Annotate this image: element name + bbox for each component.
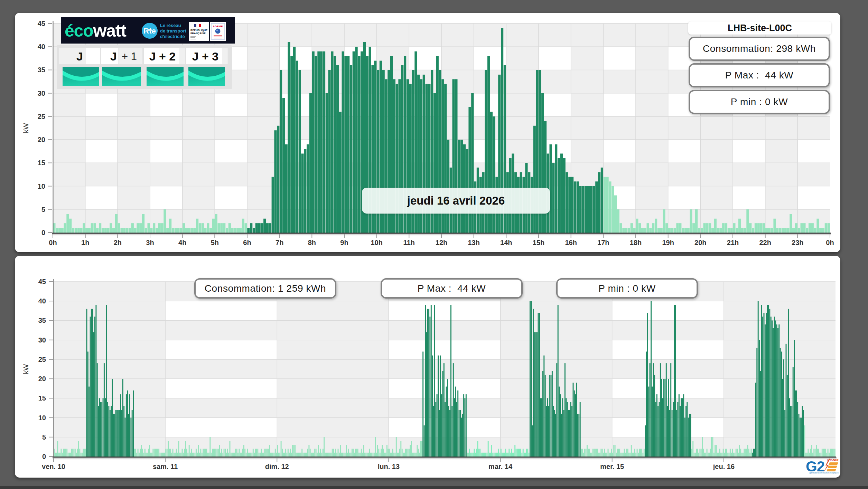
svg-text:15: 15	[38, 394, 46, 402]
svg-text:35: 35	[38, 66, 45, 74]
svg-text:10h: 10h	[371, 239, 382, 246]
svg-text:5: 5	[42, 433, 46, 441]
svg-text:22h: 22h	[759, 239, 771, 246]
svg-text:25: 25	[38, 113, 45, 120]
svg-text:J + 3: J + 3	[192, 50, 219, 63]
svg-text:0: 0	[42, 453, 46, 460]
svg-text:0h: 0h	[826, 239, 834, 246]
svg-text:25: 25	[38, 356, 46, 363]
svg-text:ven. 10: ven. 10	[42, 463, 65, 470]
svg-text:8h: 8h	[308, 239, 316, 246]
svg-text:4h: 4h	[178, 239, 186, 246]
svg-text:kW: kW	[22, 364, 30, 374]
svg-text:20: 20	[38, 136, 45, 143]
svg-text:mer. 15: mer. 15	[600, 463, 624, 470]
svg-text:de transport: de transport	[160, 28, 187, 34]
svg-text:40: 40	[38, 43, 45, 50]
svg-text:jeu. 16: jeu. 16	[713, 463, 735, 470]
svg-text:11h: 11h	[403, 239, 415, 246]
svg-text:écowatt: écowatt	[65, 21, 127, 40]
svg-text:21h: 21h	[727, 239, 739, 246]
svg-text:30: 30	[38, 90, 45, 97]
svg-text:d'électricité: d'électricité	[160, 34, 185, 39]
svg-text:20: 20	[38, 375, 46, 383]
svg-text:lun. 13: lun. 13	[378, 463, 400, 470]
svg-text:mar. 14: mar. 14	[488, 463, 513, 470]
svg-text:15h: 15h	[533, 239, 544, 246]
svg-text:0: 0	[41, 229, 45, 236]
svg-text:35: 35	[38, 317, 46, 324]
svg-text:16h: 16h	[565, 239, 577, 246]
svg-text:40: 40	[38, 297, 46, 305]
svg-text:45: 45	[38, 20, 45, 27]
svg-text:RÉPUBLIQUE: RÉPUBLIQUE	[190, 29, 207, 32]
svg-text:1h: 1h	[81, 239, 89, 246]
svg-text:17h: 17h	[597, 239, 609, 246]
svg-text:18h: 18h	[630, 239, 642, 246]
svg-text:2h: 2h	[114, 239, 122, 246]
svg-text:FRANCE: FRANCE	[827, 458, 839, 462]
svg-text:10: 10	[38, 182, 45, 190]
svg-text:7h: 7h	[276, 239, 283, 246]
svg-text:10: 10	[38, 414, 46, 422]
svg-text:5: 5	[41, 206, 45, 213]
svg-text:20h: 20h	[694, 239, 706, 246]
svg-text:14h: 14h	[500, 239, 512, 246]
svg-text:+ 1: + 1	[122, 50, 137, 63]
svg-text:13h: 13h	[468, 239, 479, 246]
svg-text:9h: 9h	[340, 239, 348, 246]
svg-text:0h: 0h	[49, 239, 57, 246]
svg-text:3h: 3h	[146, 239, 154, 246]
svg-text:12h: 12h	[436, 239, 447, 246]
svg-text:J: J	[76, 50, 83, 63]
svg-text:J: J	[110, 50, 117, 63]
svg-text:Rte: Rte	[143, 27, 156, 35]
svg-text:45: 45	[38, 278, 46, 285]
svg-text:15: 15	[38, 159, 45, 167]
svg-text:dim. 12: dim. 12	[265, 463, 289, 470]
svg-text:23h: 23h	[792, 239, 803, 246]
svg-text:J + 2: J + 2	[149, 50, 176, 63]
svg-text:kW: kW	[22, 123, 30, 133]
svg-text:6h: 6h	[243, 239, 251, 246]
svg-text:19h: 19h	[662, 239, 674, 246]
svg-text:FRANÇAISE: FRANÇAISE	[190, 32, 206, 35]
svg-text:ADEME: ADEME	[213, 25, 223, 28]
svg-text:sam. 11: sam. 11	[153, 463, 178, 470]
svg-text:Le réseau: Le réseau	[160, 23, 181, 28]
svg-text:Optimisation des ressources én: Optimisation des ressources énergétiques	[809, 472, 839, 474]
svg-text:5h: 5h	[211, 239, 219, 246]
svg-text:30: 30	[38, 336, 46, 344]
